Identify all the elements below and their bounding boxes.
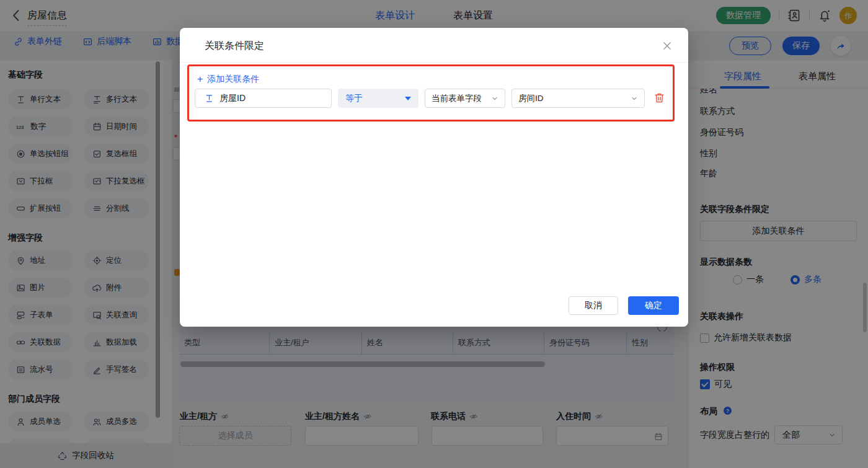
confirm-button[interactable]: 确定 <box>628 296 679 315</box>
add-condition-link[interactable]: + 添加关联条件 <box>197 74 259 85</box>
source-field-select[interactable]: 房间ID <box>512 89 645 108</box>
chevron-down-icon <box>631 95 638 102</box>
chevron-down-icon <box>491 95 498 102</box>
plus-icon: + <box>197 75 203 84</box>
text-field-icon <box>205 94 214 103</box>
form-designer-app: 房屋信息 表单设计 表单设置 数据管理 作 表单外链 后端脚本 数据 预览 <box>0 0 868 468</box>
caret-down-icon <box>405 97 411 100</box>
modal-title: 关联条件限定 <box>205 40 264 53</box>
condition-field-input[interactable]: 房屋ID <box>195 89 332 108</box>
close-icon[interactable] <box>662 41 672 51</box>
modal-divider <box>180 62 688 63</box>
cancel-button[interactable]: 取消 <box>569 296 618 315</box>
delete-condition-icon[interactable] <box>653 92 665 104</box>
operator-select[interactable]: 等于 <box>338 89 418 108</box>
condition-field-value: 房屋ID <box>219 93 246 104</box>
condition-modal: 关联条件限定 + 添加关联条件 房屋ID 等于 当前表单字段 房间ID 取消 确… <box>180 28 688 327</box>
source-type-select[interactable]: 当前表单字段 <box>425 89 505 108</box>
